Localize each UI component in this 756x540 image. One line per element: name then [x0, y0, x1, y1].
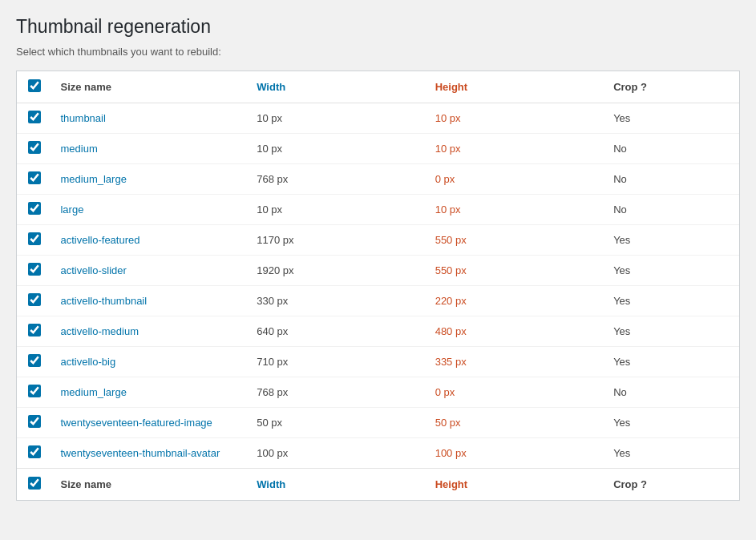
row-width: 100 px [249, 438, 427, 469]
row-width: 1170 px [249, 225, 427, 256]
select-all-checkbox[interactable] [28, 79, 41, 92]
table-row: twentyseventeen-thumbnail-avatar100 px10… [17, 438, 739, 469]
row-size-name: twentyseventeen-featured-image [52, 408, 249, 438]
row-checkbox-cell [17, 438, 52, 469]
row-checkbox-cell [17, 286, 52, 316]
row-size-name: activello-big [52, 347, 249, 377]
row-height: 550 px [427, 225, 605, 256]
row-checkbox[interactable] [28, 324, 41, 336]
footer-crop: Crop ? [605, 469, 739, 501]
row-size-name: activello-medium [52, 316, 249, 347]
row-width: 768 px [249, 377, 427, 408]
table-row: medium10 px10 pxNo [17, 134, 739, 164]
row-height: 220 px [427, 286, 605, 316]
header-crop: Crop ? [605, 71, 739, 103]
table-row: large10 px10 pxNo [17, 195, 739, 225]
row-height: 480 px [427, 316, 605, 347]
subtitle: Select which thumbnails you want to rebu… [16, 46, 740, 58]
header-size-name: Size name [52, 71, 249, 103]
row-checkbox[interactable] [28, 385, 41, 397]
row-checkbox-cell [17, 256, 52, 286]
table-row: twentyseventeen-featured-image50 px50 px… [17, 408, 739, 438]
footer-select-all-checkbox[interactable] [28, 477, 41, 490]
row-checkbox-cell [17, 316, 52, 347]
row-height: 10 px [427, 103, 605, 134]
row-size-name: twentyseventeen-thumbnail-avatar [52, 438, 249, 469]
row-crop: No [605, 195, 739, 225]
row-height: 10 px [427, 195, 605, 225]
table-footer-row: Size name Width Height Crop ? [17, 469, 739, 501]
row-checkbox[interactable] [28, 445, 41, 458]
row-width: 1920 px [249, 256, 427, 286]
row-width: 10 px [249, 134, 427, 164]
row-crop: Yes [605, 347, 739, 377]
row-crop: Yes [605, 103, 739, 134]
row-width: 768 px [249, 164, 427, 195]
row-size-name: medium_large [52, 377, 249, 408]
row-height: 550 px [427, 256, 605, 286]
row-checkbox[interactable] [28, 141, 41, 154]
row-height: 50 px [427, 408, 605, 438]
table-row: activello-slider1920 px550 pxYes [17, 256, 739, 286]
table-row: medium_large768 px0 pxNo [17, 377, 739, 408]
row-checkbox[interactable] [28, 111, 41, 123]
row-crop: Yes [605, 316, 739, 347]
table-row: activello-big710 px335 pxYes [17, 347, 739, 377]
footer-height: Height [427, 469, 605, 501]
thumbnail-table: Size name Width Height Crop ? thumbnail1… [17, 71, 739, 500]
row-crop: No [605, 134, 739, 164]
header-width: Width [249, 71, 427, 103]
row-checkbox[interactable] [28, 415, 41, 428]
row-width: 10 px [249, 195, 427, 225]
row-height: 0 px [427, 164, 605, 195]
row-checkbox[interactable] [28, 171, 41, 184]
row-checkbox[interactable] [28, 263, 41, 276]
row-size-name: large [52, 195, 249, 225]
row-checkbox[interactable] [28, 354, 41, 367]
table-row: activello-medium640 px480 pxYes [17, 316, 739, 347]
header-height: Height [427, 71, 605, 103]
row-size-name: activello-featured [52, 225, 249, 256]
table-body: thumbnail10 px10 pxYesmedium10 px10 pxNo… [17, 103, 739, 469]
table-header-row: Size name Width Height Crop ? [17, 71, 739, 103]
row-checkbox-cell [17, 103, 52, 134]
footer-size-name: Size name [52, 469, 249, 501]
row-crop: Yes [605, 225, 739, 256]
table-row: activello-thumbnail330 px220 pxYes [17, 286, 739, 316]
row-size-name: activello-thumbnail [52, 286, 249, 316]
row-size-name: medium_large [52, 164, 249, 195]
row-crop: Yes [605, 408, 739, 438]
row-width: 710 px [249, 347, 427, 377]
thumbnail-table-wrapper: Size name Width Height Crop ? thumbnail1… [16, 71, 740, 501]
row-height: 335 px [427, 347, 605, 377]
row-checkbox-cell [17, 195, 52, 225]
row-width: 50 px [249, 408, 427, 438]
row-checkbox-cell [17, 347, 52, 377]
row-checkbox-cell [17, 377, 52, 408]
row-size-name: activello-slider [52, 256, 249, 286]
row-crop: Yes [605, 438, 739, 469]
row-crop: No [605, 164, 739, 195]
row-width: 330 px [249, 286, 427, 316]
row-crop: Yes [605, 256, 739, 286]
footer-checkbox-cell [17, 469, 52, 501]
footer-width: Width [249, 469, 427, 501]
row-height: 100 px [427, 438, 605, 469]
row-height: 10 px [427, 134, 605, 164]
row-checkbox-cell [17, 134, 52, 164]
row-checkbox[interactable] [28, 232, 41, 245]
row-size-name: thumbnail [52, 103, 249, 134]
row-crop: Yes [605, 286, 739, 316]
table-row: thumbnail10 px10 pxYes [17, 103, 739, 134]
row-crop: No [605, 377, 739, 408]
row-size-name: medium [52, 134, 249, 164]
table-row: medium_large768 px0 pxNo [17, 164, 739, 195]
row-checkbox-cell [17, 225, 52, 256]
row-checkbox[interactable] [28, 202, 41, 215]
row-checkbox-cell [17, 164, 52, 195]
header-checkbox-cell [17, 71, 52, 103]
row-checkbox[interactable] [28, 293, 41, 306]
row-height: 0 px [427, 377, 605, 408]
row-checkbox-cell [17, 408, 52, 438]
row-width: 640 px [249, 316, 427, 347]
